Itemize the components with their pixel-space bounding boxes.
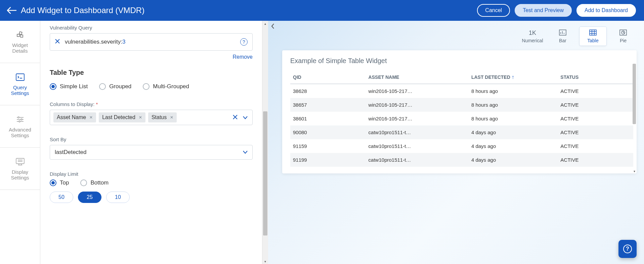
nav-item-display-settings[interactable]: Display Settings (0, 148, 40, 190)
svg-rect-3 (16, 74, 24, 81)
cell-qid: 38628 (290, 84, 366, 98)
nav-item-widget-details[interactable]: Widget Details (0, 21, 40, 63)
cell-last-detected: 8 hours ago (469, 112, 558, 125)
nav-label: Widget Details (12, 42, 28, 54)
table-row[interactable]: 90080catw10pro1511-t…4 days agoACTIVE (290, 125, 633, 139)
cell-asset-name: win2016-105-217… (366, 84, 469, 98)
preview-card: Example of Simple Table Widget QID ASSET… (282, 50, 637, 173)
cell-last-detected: 8 hours ago (469, 98, 558, 112)
view-tab-table[interactable]: Table (579, 27, 606, 46)
collapse-preview-icon[interactable] (269, 22, 277, 30)
display-limit-label: Display Limit (50, 171, 253, 177)
back-arrow-icon[interactable] (5, 3, 19, 17)
pill-25[interactable]: 25 (78, 192, 101, 203)
table-row[interactable]: 38601win2016-105-217…8 hours agoACTIVE (290, 112, 633, 125)
scroll-down-icon[interactable]: ▾ (262, 259, 268, 264)
chip-remove-icon[interactable]: ✕ (89, 115, 93, 120)
form-scrollbar[interactable]: ▴ ▾ (262, 21, 268, 264)
cell-qid: 38657 (290, 98, 366, 112)
pill-50[interactable]: 50 (50, 192, 73, 203)
view-tab-numerical[interactable]: 1K Numerical (519, 27, 546, 46)
view-tab-bar[interactable]: Bar (549, 27, 576, 46)
radio-top[interactable]: Top (50, 179, 69, 186)
cell-qid: 91159 (290, 139, 366, 153)
cell-status: ACTIVE (558, 84, 619, 98)
scroll-thumb[interactable] (633, 64, 636, 124)
svg-rect-0 (17, 34, 19, 37)
query-text: vulnerabilities.severity:3 (65, 39, 235, 45)
add-to-dashboard-button[interactable]: Add to Dashboard (576, 4, 636, 17)
vulnerability-query-input[interactable]: vulnerabilities.severity:3 ? (50, 33, 253, 51)
radio-bottom[interactable]: Bottom (80, 179, 109, 186)
help-icon[interactable]: ? (240, 38, 248, 46)
preview-pane: 1K Numerical Bar Table Pie Example of Si… (268, 21, 644, 264)
svg-rect-1 (20, 35, 23, 37)
th-asset-name[interactable]: ASSET NAME (366, 71, 469, 84)
app-header: Add Widget to Dashboard (VMDR) Cancel Te… (0, 0, 644, 21)
advanced-settings-icon (15, 115, 25, 124)
test-preview-button[interactable]: Test and Preview (515, 4, 572, 17)
chip-status[interactable]: Status✕ (148, 112, 177, 122)
cell-qid: 38601 (290, 112, 366, 125)
radio-icon (143, 83, 149, 90)
chip-remove-icon[interactable]: ✕ (170, 115, 173, 120)
th-qid[interactable]: QID (290, 71, 366, 84)
radio-icon (50, 83, 56, 90)
svg-rect-8 (559, 30, 566, 35)
nav-label: Display Settings (11, 169, 29, 180)
cancel-button[interactable]: Cancel (477, 4, 510, 17)
th-last-detected[interactable]: LAST DETECTED↑ (469, 71, 558, 84)
left-nav: Widget Details Query Settings Advanced S… (0, 21, 40, 264)
preview-table: QID ASSET NAME LAST DETECTED↑ STATUS 386… (290, 71, 633, 167)
cell-asset-name: win2016-105-217… (366, 112, 469, 125)
table-row[interactable]: 38657win2016-105-217…8 hours agoACTIVE (290, 98, 633, 112)
table-scrollbar[interactable]: ▾ (632, 64, 637, 173)
chip-remove-icon[interactable]: ✕ (139, 115, 142, 120)
widget-details-icon (15, 30, 25, 40)
radio-icon (99, 83, 106, 90)
cell-status: ACTIVE (558, 112, 619, 125)
sort-asc-icon: ↑ (512, 74, 514, 80)
scroll-up-icon[interactable]: ▴ (262, 21, 268, 26)
remove-query-link[interactable]: Remove (232, 54, 253, 60)
display-limit-radio-group: Top Bottom (50, 179, 253, 186)
th-status[interactable]: STATUS (558, 71, 619, 84)
numerical-icon: 1K (529, 30, 536, 37)
nav-item-query-settings[interactable]: Query Settings (0, 63, 40, 105)
scroll-down-icon[interactable]: ▾ (632, 169, 637, 173)
query-settings-icon (15, 72, 25, 82)
view-tab-pie[interactable]: Pie (610, 27, 637, 46)
nav-item-advanced-settings[interactable]: Advanced Settings (0, 105, 40, 148)
preview-view-tabs: 1K Numerical Bar Table Pie (282, 27, 637, 46)
cell-qid: 91199 (290, 153, 366, 167)
display-limit-pills: 50 25 10 (50, 192, 253, 203)
preview-card-title: Example of Simple Table Widget (290, 57, 633, 65)
table-type-title: Table Type (50, 69, 253, 76)
svg-point-5 (21, 119, 22, 120)
chip-asset-name[interactable]: Asset Name✕ (53, 112, 96, 122)
scroll-thumb[interactable] (263, 111, 267, 235)
table-row[interactable]: 91159catw10pro1511-t…4 days agoACTIVE (290, 139, 633, 153)
sort-by-select[interactable]: lastDetected (50, 145, 253, 160)
table-row[interactable]: 38628win2016-105-217…8 hours agoACTIVE (290, 84, 633, 98)
table-row[interactable]: 91199catw10pro1511-t…4 days agoACTIVE (290, 153, 633, 167)
columns-to-display-input[interactable]: Asset Name✕ Last Detected✕ Status✕ (50, 110, 253, 125)
columns-to-display-label: Columns to Display: * (50, 101, 253, 107)
svg-point-6 (19, 121, 20, 122)
clear-columns-icon[interactable] (231, 114, 239, 121)
radio-simple-list[interactable]: Simple List (50, 83, 88, 90)
cell-status: ACTIVE (558, 98, 619, 112)
columns-dropdown-icon[interactable] (242, 114, 249, 121)
form-pane: Vulnerability Query vulnerabilities.seve… (40, 21, 262, 264)
cell-asset-name: catw10pro1511-t… (366, 139, 469, 153)
chip-last-detected[interactable]: Last Detected✕ (99, 112, 145, 122)
pill-10[interactable]: 10 (106, 192, 130, 203)
help-fab[interactable]: ? (618, 240, 637, 258)
radio-grouped[interactable]: Grouped (99, 83, 131, 90)
clear-query-icon[interactable] (55, 39, 60, 46)
svg-rect-7 (16, 158, 24, 164)
cell-last-detected: 4 days ago (469, 139, 558, 153)
radio-multi-grouped[interactable]: Multi-Grouped (143, 83, 189, 90)
page-title: Add Widget to Dashboard (VMDR) (21, 6, 472, 15)
cell-qid: 90080 (290, 125, 366, 139)
